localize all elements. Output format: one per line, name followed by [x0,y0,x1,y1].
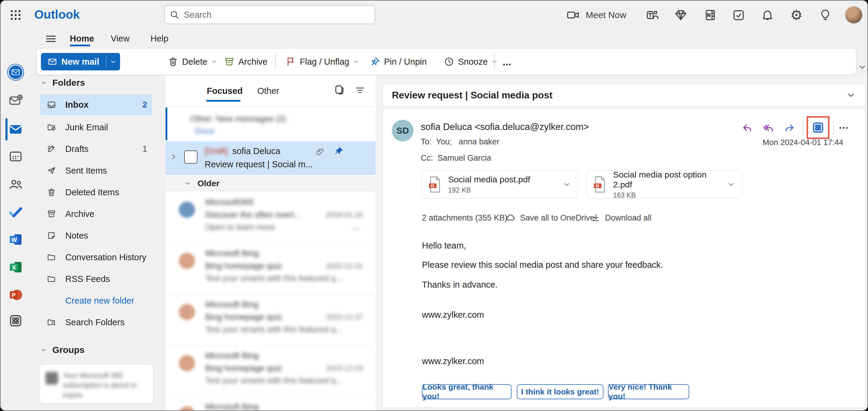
focused-tab-underline [206,100,241,102]
rail-powerpoint-button[interactable]: P [7,286,24,303]
sidebar-item-rss[interactable]: RSS Feeds [40,268,152,289]
archive-button[interactable]: Archive [224,49,268,74]
message-row[interactable]: Microsoft Bing Bing homepage quiz 2023-1… [165,244,376,295]
row-subject: Bing homepage quiz [205,261,282,271]
reply-all-button[interactable] [762,121,775,135]
onenote-button[interactable] [702,7,717,23]
sidebar-item-deleted[interactable]: Deleted Items [40,182,152,203]
sidebar-item-conversation-history[interactable]: Conversation History [40,247,152,268]
suggested-reply-button[interactable]: Very nice! Thank you! [608,384,689,399]
message-apps-button[interactable] [811,120,825,135]
save-to-onedrive-button[interactable]: Save all to OneDrive [506,212,595,224]
sidebar-item-archive[interactable]: Archive [40,203,152,224]
pin-label: Pin / Unpin [384,57,427,67]
folder-label: Notes [65,231,88,241]
rail-more-apps-button[interactable] [7,312,24,329]
sidebar-item-inbox[interactable]: Inbox 2 [40,94,152,115]
rail-new-mail-button[interactable] [7,92,24,109]
delete-button[interactable]: Delete [168,49,218,74]
sidebar-item-junk[interactable]: Junk Email [40,117,152,138]
tab-focused[interactable]: Focused [207,86,243,96]
rail-people-button[interactable] [7,176,24,193]
older-section-header[interactable]: Older [165,176,376,191]
download-icon [591,213,601,223]
attachment-card[interactable]: Social media post option 2.pdf 163 KB [586,170,742,198]
other-new-messages-banner[interactable]: Other: New messages (2) Show [165,107,376,140]
sidebar-item-drafts[interactable]: Drafts 1 [40,138,152,159]
message-subject: Review request | Social m... [205,159,313,169]
tab-other[interactable]: Other [257,86,279,96]
notifications-button[interactable] [760,7,775,23]
draft-tag: [Draft] [205,146,227,156]
message-row[interactable]: Microsoft365 Discover the often overl...… [165,193,376,244]
new-mail-button[interactable]: New mail [41,53,106,70]
forward-button[interactable] [782,121,796,135]
premium-button[interactable] [673,7,689,23]
row-extra: — [352,224,360,233]
hamburger-button[interactable] [44,32,57,45]
flag-dropdown-chevron[interactable] [353,58,359,65]
rail-mail-button[interactable] [7,121,24,138]
body-paragraph: Hello team, [422,241,466,251]
banner-show-link[interactable]: Show [194,127,215,136]
message-row[interactable]: Microsoft Bing [165,398,376,410]
meet-now-label[interactable]: Meet Now [586,10,626,20]
cc-line[interactable]: Cc: Samuel Garcia [421,153,491,163]
to-line[interactable]: To: You; anna baker [421,137,499,147]
more-actions-button[interactable] [837,121,850,135]
sender-line[interactable]: sofia Deluca <sofia.deluca@zylker.com> [421,122,589,132]
rail-outlook-button[interactable] [7,64,24,81]
snooze-button[interactable]: Snooze [444,49,498,74]
meet-now-button[interactable] [565,7,581,23]
pinned-icon[interactable] [334,146,344,156]
download-all-button[interactable]: Download all [591,212,652,224]
sender-avatar-initials[interactable]: SD [392,120,413,141]
tab-home[interactable]: Home [70,34,94,44]
select-messages-button[interactable] [334,84,345,96]
message-row[interactable]: Microsoft Bing Bing homepage quiz 2023-1… [165,347,376,397]
create-new-folder-link[interactable]: Create new folder [65,296,134,306]
tab-help[interactable]: Help [151,34,168,44]
sidebar-item-notes[interactable]: Notes [40,225,152,246]
suggested-reply-button[interactable]: Looks great, thank you! [422,384,512,399]
flag-unflag-button[interactable]: Flag / Unflag [285,49,359,74]
pin-unpin-button[interactable]: Pin / Unpin [370,49,427,74]
rail-calendar-button[interactable] [7,148,24,165]
search-box[interactable] [164,5,375,24]
attachment-dropdown-chevron[interactable] [727,180,735,189]
groups-section-header[interactable]: Groups [40,345,85,355]
rail-excel-button[interactable]: X [7,259,24,276]
filter-button[interactable] [354,85,365,96]
folders-section-header[interactable]: Folders [40,77,85,88]
expand-chevron-icon[interactable] [170,153,178,161]
app-launcher-button[interactable] [8,7,24,23]
settings-button[interactable]: ⚙ [788,7,804,23]
powerpoint-icon: P [8,287,24,303]
groups-subscription-card[interactable]: Your Microsoft 365 subscription is about… [40,365,153,403]
selected-message-row[interactable]: [Draft] sofia Deluca Review request | So… [165,141,376,175]
search-input[interactable] [184,10,370,20]
account-avatar[interactable] [845,6,862,24]
sidebar-item-create-folder[interactable]: Create new folder [40,290,152,311]
new-mail-split-button[interactable]: New mail [41,53,120,70]
sidebar-item-search-folders[interactable]: Search Folders [40,312,152,333]
attachment-dropdown-chevron[interactable] [562,180,571,189]
new-mail-dropdown[interactable] [106,53,120,70]
video-camera-icon [566,8,580,22]
todo-button[interactable] [731,7,746,23]
delete-dropdown-chevron[interactable] [211,58,218,65]
tab-view[interactable]: View [111,34,129,44]
message-row[interactable]: Microsoft Bing Bing homepage quiz 2023-1… [165,295,376,346]
suggested-reply-button[interactable]: I think it looks great! [517,384,603,399]
reply-button[interactable] [740,121,754,135]
attachment-card[interactable]: Social media post.pdf 192 KB [421,170,578,198]
rail-word-button[interactable]: W [7,231,24,248]
teams-button[interactable] [645,7,660,23]
ribbon-collapse-chevron[interactable] [858,63,867,72]
rail-todo-button[interactable] [7,203,24,220]
message-checkbox[interactable] [184,151,197,164]
tips-button[interactable] [817,7,833,23]
collapse-message-chevron[interactable] [846,90,856,100]
toolbar-overflow-button[interactable]: ... [503,49,511,74]
sidebar-item-sent[interactable]: Sent Items [40,160,152,181]
